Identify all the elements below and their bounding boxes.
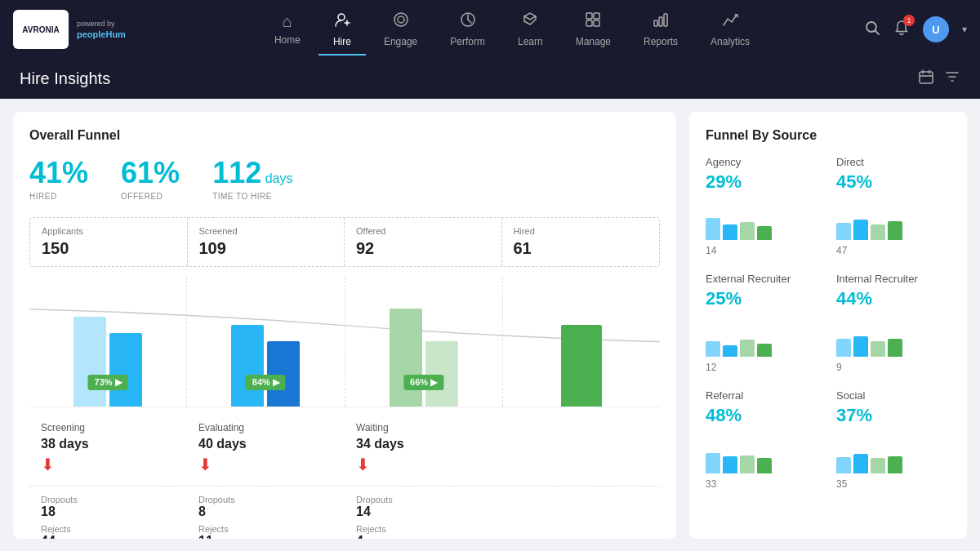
- source-count: 12: [706, 362, 820, 373]
- svg-rect-13: [659, 17, 662, 26]
- nav-item-hire[interactable]: Hire: [318, 4, 366, 56]
- source-name: Social: [836, 389, 951, 402]
- source-name: Agency: [706, 156, 820, 168]
- source-pct: 37%: [836, 405, 951, 426]
- source-bar-3: [888, 221, 902, 240]
- stage-labels-row: Screening 38 days ⬇ Evaluating 40 days ⬇…: [29, 417, 660, 479]
- user-avatar[interactable]: U: [923, 16, 949, 42]
- bar-offered-dark: [425, 341, 458, 407]
- down-arrow-evaluating: ⬇: [198, 455, 333, 474]
- source-bar-0: [706, 218, 720, 241]
- dropout-cell-evaluating: Dropouts 8 Rejects 11: [187, 495, 345, 539]
- source-bar-1: [853, 454, 868, 473]
- nav-item-analytics-label: Analytics: [710, 36, 750, 47]
- home-icon: ⌂: [283, 12, 292, 31]
- svg-rect-9: [594, 13, 599, 19]
- source-bar-3: [888, 456, 902, 473]
- dropout-val-screening: 18: [41, 504, 176, 519]
- svg-rect-11: [594, 20, 599, 26]
- chevron-down-icon[interactable]: ▾: [962, 24, 967, 35]
- perform-icon: [459, 11, 477, 33]
- screening-badge: 73%: [88, 375, 128, 390]
- source-bars: [836, 433, 951, 473]
- dropout-val-waiting: 14: [356, 504, 491, 519]
- svg-rect-10: [586, 20, 592, 26]
- source-bars: [836, 316, 951, 357]
- bar-offered-light: [390, 309, 422, 407]
- metric-hired-value: 41%: [29, 156, 88, 190]
- svg-rect-8: [586, 13, 592, 19]
- page-title: Hire Insights: [20, 69, 110, 88]
- source-name: External Recruiter: [706, 273, 820, 285]
- source-bar-0: [836, 457, 851, 473]
- nav-item-hire-label: Hire: [333, 36, 351, 47]
- search-button[interactable]: [864, 20, 880, 40]
- stage-name-screening: Screening: [41, 422, 176, 433]
- source-bar-1: [853, 220, 868, 240]
- nav-items-list: ⌂ Home Hire Engage: [160, 4, 864, 56]
- stage-name-evaluating: Evaluating: [198, 422, 333, 433]
- nav-item-learn-label: Learn: [518, 36, 543, 47]
- metric-tth-label: TIME TO HIRE: [212, 192, 292, 201]
- stat-hired-value: 61: [514, 239, 648, 258]
- source-bars: [706, 433, 820, 473]
- source-bar-2: [871, 458, 885, 473]
- stage-days-screening: 38 days: [41, 437, 176, 451]
- source-grid: Agency 29% 14 Direct 45% 47 External Rec…: [706, 156, 951, 490]
- reject-val-screening: 44: [41, 534, 176, 539]
- source-item-agency: Agency 29% 14: [706, 156, 820, 256]
- stage-name-waiting: Waiting: [356, 422, 491, 433]
- source-bar-2: [871, 224, 885, 240]
- nav-item-manage[interactable]: Manage: [561, 4, 626, 56]
- chart-segment-hired: [503, 277, 660, 407]
- reports-icon: [652, 11, 670, 33]
- engage-icon: [392, 11, 410, 33]
- analytics-icon: [721, 11, 739, 33]
- chart-segment-screened: 84%: [187, 277, 345, 407]
- stage-label-screening: Screening 38 days ⬇: [29, 417, 187, 479]
- source-bar-1: [723, 224, 737, 240]
- powered-by-area: powered by peopleHum: [77, 20, 126, 39]
- source-item-referral: Referral 48% 33: [706, 389, 820, 490]
- source-name: Direct: [836, 156, 951, 168]
- evaluating-badge: 84%: [246, 375, 286, 390]
- header-actions: [918, 69, 960, 89]
- overall-funnel-panel: Overall Funnel 41% HIRED 61% OFFERED 112…: [13, 112, 676, 539]
- source-bar-3: [757, 458, 772, 473]
- source-item-external-recruiter: External Recruiter 25% 12: [706, 273, 820, 373]
- calendar-icon[interactable]: [918, 69, 934, 89]
- source-bar-0: [836, 223, 851, 240]
- source-bar-2: [740, 340, 755, 357]
- notification-button[interactable]: 1: [893, 20, 910, 40]
- funnel-by-source-panel: Funnel By Source Agency 29% 14 Direct 45…: [689, 112, 967, 539]
- stat-applicants-label: Applicants: [42, 226, 176, 236]
- stat-offered: Offered 92: [345, 218, 502, 266]
- stage-days-waiting: 34 days: [356, 437, 491, 451]
- nav-item-home[interactable]: ⌂ Home: [260, 6, 315, 54]
- dropouts-row: Dropouts 18 Rejects 44 Dropouts 8 Reject…: [29, 486, 660, 539]
- metric-hired: 41% HIRED: [29, 156, 88, 201]
- stage-label-evaluating: Evaluating 40 days ⬇: [187, 417, 345, 479]
- nav-item-engage[interactable]: Engage: [369, 4, 432, 56]
- source-bar-1: [723, 456, 737, 473]
- down-arrow-screening: ⬇: [41, 455, 176, 474]
- nav-item-home-label: Home: [274, 34, 301, 46]
- svg-rect-14: [664, 14, 667, 26]
- source-bars: [836, 199, 951, 240]
- source-count: 9: [836, 362, 951, 373]
- nav-right-controls: 1 U ▾: [864, 16, 967, 42]
- down-arrow-waiting: ⬇: [356, 455, 491, 474]
- source-count: 35: [836, 478, 951, 490]
- nav-item-analytics[interactable]: Analytics: [696, 4, 764, 56]
- waiting-badge: 66%: [403, 375, 443, 390]
- source-name: Internal Recruiter: [836, 273, 951, 285]
- nav-item-perform[interactable]: Perform: [435, 4, 500, 56]
- metric-offered-label: OFFERED: [121, 192, 180, 201]
- overall-funnel-title: Overall Funnel: [29, 128, 660, 143]
- filter-icon[interactable]: [944, 69, 960, 89]
- funnel-metrics: 41% HIRED 61% OFFERED 112 days TIME TO H…: [29, 156, 660, 201]
- metric-offered: 61% OFFERED: [121, 156, 180, 201]
- nav-item-learn[interactable]: Learn: [503, 4, 558, 56]
- page-header: Hire Insights: [0, 59, 980, 99]
- nav-item-reports[interactable]: Reports: [629, 4, 693, 56]
